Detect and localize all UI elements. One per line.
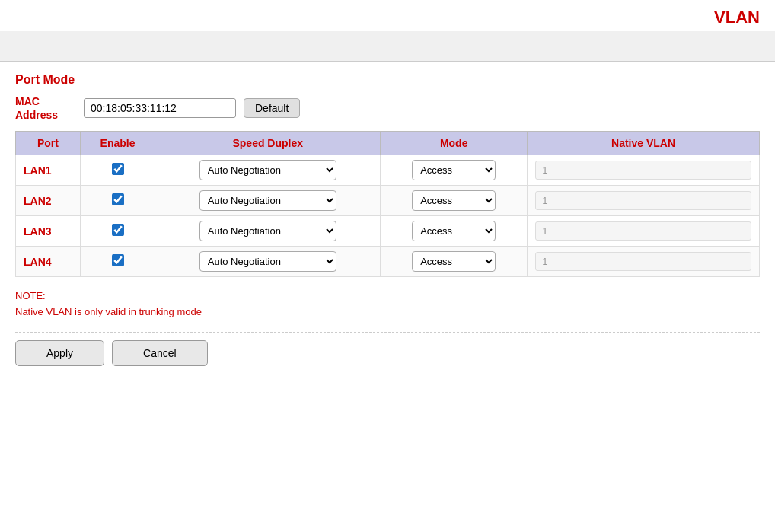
mac-label: MAC Address — [15, 94, 76, 122]
enable-checkbox[interactable] — [112, 254, 124, 266]
note-line1: NOTE: — [15, 288, 760, 304]
note-section: NOTE: Native VLAN is only valid in trunk… — [15, 288, 760, 320]
table-row: LAN4Auto Negotiation10M Half10M Full100M… — [16, 247, 760, 277]
table-row: LAN2Auto Negotiation10M Half10M Full100M… — [16, 186, 760, 216]
speed-select[interactable]: Auto Negotiation10M Half10M Full100M Hal… — [199, 160, 336, 180]
port-mode-table: Port Enable Speed Duplex Mode Native VLA… — [15, 131, 760, 277]
native-vlan-cell — [528, 216, 760, 247]
apply-button[interactable]: Apply — [15, 340, 104, 366]
mode-cell: AccessTrunkHybrid — [381, 186, 528, 216]
table-row: LAN1Auto Negotiation10M Half10M Full100M… — [16, 155, 760, 186]
speed-select[interactable]: Auto Negotiation10M Half10M Full100M Hal… — [199, 221, 336, 241]
native-vlan-input[interactable] — [535, 221, 751, 241]
native-vlan-input[interactable] — [535, 161, 751, 180]
default-button[interactable]: Default — [244, 98, 300, 118]
speed-cell: Auto Negotiation10M Half10M Full100M Hal… — [155, 186, 381, 216]
speed-cell: Auto Negotiation10M Half10M Full100M Hal… — [155, 216, 381, 247]
enable-checkbox[interactable] — [112, 163, 124, 175]
mode-select[interactable]: AccessTrunkHybrid — [412, 160, 496, 180]
section-title: Port Mode — [15, 73, 760, 87]
native-vlan-cell — [528, 155, 760, 186]
port-label: LAN1 — [16, 155, 81, 186]
speed-select[interactable]: Auto Negotiation10M Half10M Full100M Hal… — [199, 190, 336, 211]
enable-cell — [80, 186, 155, 216]
cancel-button[interactable]: Cancel — [112, 340, 208, 366]
mode-cell: AccessTrunkHybrid — [381, 216, 528, 247]
button-row: Apply Cancel — [15, 340, 760, 366]
note-line2: Native VLAN is only valid in trunking mo… — [15, 304, 760, 320]
native-vlan-input[interactable] — [535, 191, 751, 210]
table-row: LAN3Auto Negotiation10M Half10M Full100M… — [16, 216, 760, 247]
content-area: MAC Address Default Port Enable Speed Du… — [0, 94, 775, 366]
col-header-enable: Enable — [80, 132, 155, 155]
native-vlan-cell — [528, 186, 760, 216]
mode-cell: AccessTrunkHybrid — [381, 247, 528, 277]
divider — [15, 332, 760, 333]
mode-select[interactable]: AccessTrunkHybrid — [412, 221, 496, 241]
mac-row: MAC Address Default — [15, 94, 760, 122]
mode-select[interactable]: AccessTrunkHybrid — [412, 190, 496, 211]
port-label: LAN4 — [16, 247, 81, 277]
port-label: LAN2 — [16, 186, 81, 216]
enable-checkbox[interactable] — [112, 224, 124, 236]
mode-select[interactable]: AccessTrunkHybrid — [412, 251, 496, 272]
col-header-port: Port — [16, 132, 81, 155]
mode-cell: AccessTrunkHybrid — [381, 155, 528, 186]
top-bar — [0, 31, 775, 62]
port-label: LAN3 — [16, 216, 81, 247]
speed-cell: Auto Negotiation10M Half10M Full100M Hal… — [155, 155, 381, 186]
enable-cell — [80, 155, 155, 186]
col-header-mode: Mode — [381, 132, 528, 155]
mac-input[interactable] — [84, 98, 236, 118]
native-vlan-input[interactable] — [535, 252, 751, 271]
enable-cell — [80, 247, 155, 277]
enable-checkbox[interactable] — [112, 193, 124, 205]
native-vlan-cell — [528, 247, 760, 277]
col-header-native-vlan: Native VLAN — [528, 132, 760, 155]
speed-select[interactable]: Auto Negotiation10M Half10M Full100M Hal… — [199, 251, 336, 272]
page-title: VLAN — [699, 0, 775, 31]
col-header-speed: Speed Duplex — [155, 132, 381, 155]
speed-cell: Auto Negotiation10M Half10M Full100M Hal… — [155, 247, 381, 277]
enable-cell — [80, 216, 155, 247]
